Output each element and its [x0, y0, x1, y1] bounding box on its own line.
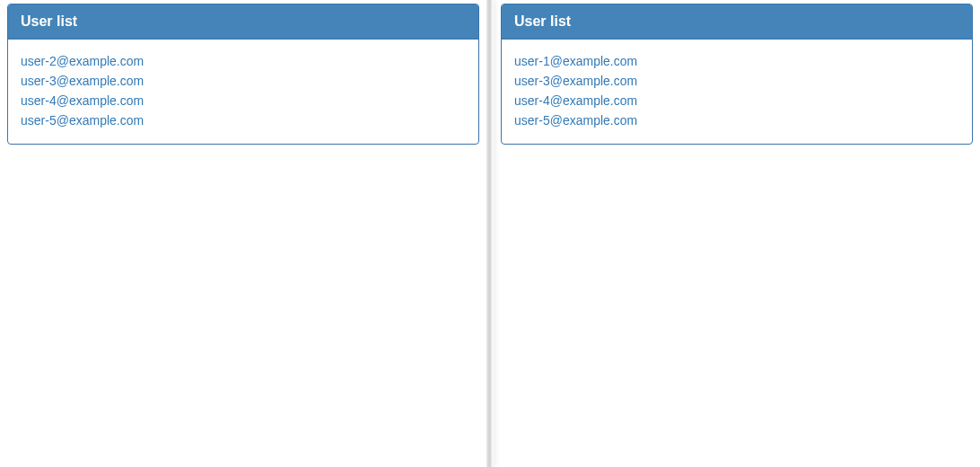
user-list-body-right: user-1@example.com user-3@example.com us…: [502, 40, 972, 144]
user-link[interactable]: user-4@example.com: [514, 92, 959, 110]
user-link[interactable]: user-5@example.com: [514, 111, 959, 130]
user-link[interactable]: user-2@example.com: [21, 52, 466, 71]
right-pane: User list user-1@example.com user-3@exam…: [494, 0, 980, 467]
user-list-panel-right: User list user-1@example.com user-3@exam…: [501, 4, 973, 145]
user-link[interactable]: user-1@example.com: [514, 52, 959, 71]
split-view: User list user-2@example.com user-3@exam…: [0, 0, 980, 467]
user-link[interactable]: user-3@example.com: [21, 72, 466, 91]
panel-title: User list: [502, 4, 972, 40]
user-link[interactable]: user-5@example.com: [21, 111, 466, 130]
user-link[interactable]: user-3@example.com: [514, 72, 959, 91]
user-list-panel-left: User list user-2@example.com user-3@exam…: [7, 4, 479, 145]
panel-title: User list: [8, 4, 478, 40]
pane-divider: [486, 0, 494, 467]
user-link[interactable]: user-4@example.com: [21, 92, 466, 110]
left-pane: User list user-2@example.com user-3@exam…: [0, 0, 486, 467]
user-list-body-left: user-2@example.com user-3@example.com us…: [8, 40, 478, 144]
